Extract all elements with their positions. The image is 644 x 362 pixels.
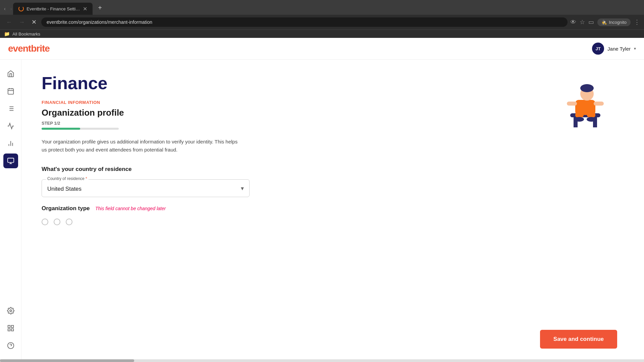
avatar: JT bbox=[592, 43, 604, 55]
org-type-option-2[interactable] bbox=[54, 219, 60, 225]
page-title: Finance bbox=[42, 73, 624, 93]
country-select-wrapper[interactable]: Country of residence * United States Can… bbox=[42, 179, 250, 197]
address-bar[interactable] bbox=[41, 17, 568, 27]
horizontal-scrollbar[interactable] bbox=[0, 359, 644, 362]
user-menu[interactable]: JT Jane Tyler ▾ bbox=[592, 43, 636, 55]
tab-favicon bbox=[18, 6, 24, 11]
sidebar-item-calendar[interactable] bbox=[3, 84, 18, 99]
forward-button[interactable]: → bbox=[17, 17, 27, 27]
org-type-option-3[interactable] bbox=[66, 219, 72, 225]
eventbrite-logo[interactable]: eventbrite bbox=[8, 43, 50, 54]
svg-rect-17 bbox=[8, 325, 10, 327]
stop-button[interactable]: ✕ bbox=[30, 17, 39, 27]
tab-close-icon[interactable]: ✕ bbox=[83, 6, 87, 12]
all-bookmarks-link[interactable]: All Bookmarks bbox=[12, 32, 40, 37]
tab-title: Eventbrite - Finance Settings bbox=[26, 6, 80, 11]
country-field-label: Country of residence * bbox=[46, 176, 89, 181]
chevron-down-icon: ▾ bbox=[634, 46, 636, 51]
sidebar-item-settings[interactable] bbox=[3, 303, 18, 318]
incognito-badge: 🕵 Incognito bbox=[597, 18, 631, 26]
svg-rect-18 bbox=[11, 325, 13, 327]
save-continue-button[interactable]: Save and continue bbox=[540, 330, 617, 349]
svg-rect-0 bbox=[8, 89, 13, 95]
incognito-icon: 🕵 bbox=[601, 20, 607, 25]
visibility-off-icon: 👁 bbox=[570, 19, 576, 26]
back-button[interactable]: ← bbox=[4, 17, 14, 27]
description-text: Your organization profile gives us addit… bbox=[42, 138, 243, 154]
sidebar-item-marketing[interactable] bbox=[3, 119, 18, 133]
tab-add-button[interactable]: + bbox=[95, 4, 105, 14]
progress-bar-container bbox=[42, 128, 119, 130]
more-options-icon[interactable]: ⋮ bbox=[634, 18, 640, 26]
illustration bbox=[560, 70, 610, 138]
org-type-option-1[interactable] bbox=[42, 219, 48, 225]
cast-icon: ▭ bbox=[588, 18, 594, 26]
tab-arrow-left[interactable]: ‹ bbox=[3, 6, 7, 11]
sidebar-item-analytics[interactable] bbox=[3, 136, 18, 151]
bookmark-star-icon[interactable]: ☆ bbox=[580, 18, 585, 26]
step-indicator: STEP 1/2 bbox=[42, 121, 624, 126]
org-type-warning: This field cannot be changed later bbox=[95, 206, 166, 211]
svg-rect-13 bbox=[7, 158, 13, 163]
svg-point-31 bbox=[575, 117, 584, 122]
svg-rect-29 bbox=[575, 113, 584, 117]
svg-rect-33 bbox=[567, 102, 577, 106]
sidebar-item-help[interactable] bbox=[3, 338, 18, 353]
svg-point-28 bbox=[580, 84, 594, 92]
country-section-title: What's your country of residence bbox=[42, 166, 624, 173]
scroll-thumb bbox=[0, 359, 134, 362]
bookmarks-folder-icon: 📁 bbox=[4, 31, 10, 37]
svg-point-16 bbox=[10, 310, 12, 312]
sidebar-item-home[interactable] bbox=[3, 66, 18, 81]
save-button-container: Save and continue bbox=[540, 330, 617, 349]
section-label: FINANCIAL INFORMATION bbox=[42, 100, 624, 105]
org-type-label: Organization type bbox=[42, 205, 90, 212]
user-name: Jane Tyler bbox=[607, 46, 631, 52]
svg-rect-34 bbox=[594, 102, 604, 106]
sidebar-item-finance[interactable] bbox=[3, 154, 18, 168]
svg-rect-30 bbox=[587, 113, 595, 117]
progress-bar-fill bbox=[42, 128, 80, 130]
section-heading: Organization profile bbox=[42, 108, 624, 118]
svg-point-32 bbox=[587, 117, 596, 122]
svg-rect-20 bbox=[11, 329, 13, 331]
sidebar-item-list[interactable] bbox=[3, 101, 18, 116]
country-select[interactable]: United States Canada United Kingdom Aust… bbox=[42, 180, 249, 197]
svg-rect-19 bbox=[8, 329, 10, 331]
sidebar-item-apps[interactable] bbox=[3, 321, 18, 336]
tab-arrow-right[interactable]: › bbox=[9, 6, 13, 11]
